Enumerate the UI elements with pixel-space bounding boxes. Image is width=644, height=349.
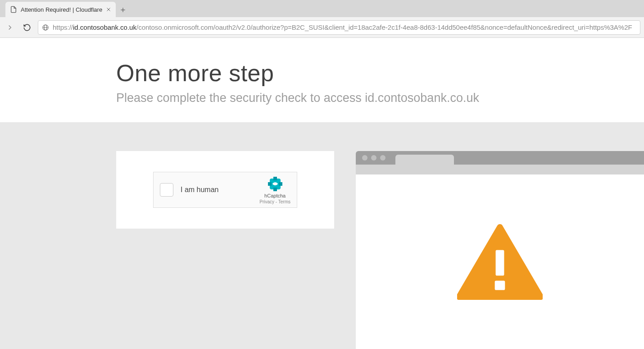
svg-rect-13 [495,281,505,290]
illustration-titlebar [356,151,644,165]
captcha-privacy-link[interactable]: Privacy [259,199,274,204]
captcha-checkbox[interactable] [160,183,173,197]
tab-title: Attention Required! | Cloudflare [21,6,102,13]
browser-tab[interactable]: Attention Required! | Cloudflare [5,2,116,17]
illustration-browser [356,151,644,349]
captcha-links-sep: - [274,199,278,204]
captcha-card: I am human hCaptcha Privacy - Terms [116,151,334,229]
page-title: One more step [116,60,644,87]
new-tab-button[interactable] [116,3,130,17]
close-tab-button[interactable] [106,7,111,12]
window-dot-icon [362,155,367,161]
window-dot-icon [371,155,376,161]
illustration-body [356,174,644,349]
browser-toolbar: https://id.contosobank.co.uk/contoso.onm… [0,17,644,38]
refresh-button[interactable] [21,21,33,34]
svg-rect-9 [279,182,282,186]
page-subtitle: Please complete the security check to ac… [116,91,644,105]
illustration-toolbar [356,165,644,174]
page-header: One more step Please complete the securi… [0,38,644,122]
browser-tab-strip: Attention Required! | Cloudflare [0,0,644,17]
page-icon [10,6,17,13]
url-path: /contoso.onmicrosoft.com/oauth2/v2.0/aut… [136,23,632,31]
warning-triangle-icon [457,224,543,300]
captcha-brand-links: Privacy - Terms [259,199,290,204]
url-host: id.contosobank.co.uk [73,23,136,31]
hcaptcha-widget: I am human hCaptcha Privacy - Terms [153,172,297,208]
forward-button[interactable] [4,21,16,34]
url-text: https://id.contosobank.co.uk/contoso.onm… [53,23,632,31]
svg-rect-8 [268,182,272,186]
captcha-label: I am human [181,186,252,194]
address-bar[interactable]: https://id.contosobank.co.uk/contoso.onm… [38,20,640,35]
captcha-brand: hCaptcha Privacy - Terms [259,176,290,204]
page-body: I am human hCaptcha Privacy - Terms [0,122,644,349]
captcha-terms-link[interactable]: Terms [278,199,290,204]
captcha-brand-name: hCaptcha [264,193,286,198]
window-dot-icon [380,155,385,161]
svg-rect-12 [496,250,504,276]
svg-rect-10 [273,177,277,180]
svg-rect-11 [273,188,277,191]
url-scheme: https:// [53,23,73,31]
hcaptcha-logo-icon [267,176,283,192]
illustration-tab [395,155,454,165]
globe-icon [42,24,49,31]
